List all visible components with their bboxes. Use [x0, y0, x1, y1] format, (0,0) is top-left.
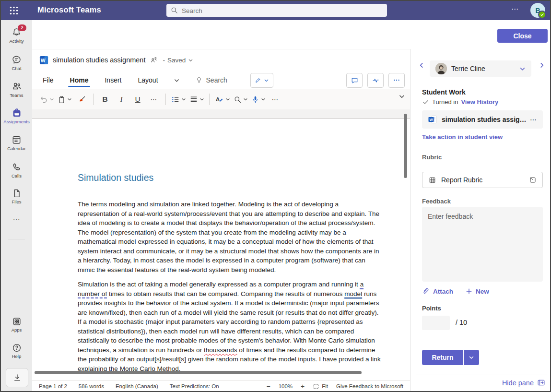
teams-window: Microsoft Teams ⋯ B Close [0, 0, 551, 392]
submitted-file-card[interactable]: W simulation studies assig… ⋯ [422, 110, 543, 129]
next-student-button[interactable] [539, 62, 545, 69]
menu-home[interactable]: Home [69, 72, 90, 88]
points-input[interactable] [422, 316, 450, 330]
chevron-left-icon [418, 62, 425, 69]
font-more-button[interactable]: ⋯ [146, 92, 162, 107]
student-work-heading: Student Work [422, 88, 466, 96]
submitted-file-name: simulation studies assig… [442, 116, 526, 123]
sidebar-item-help[interactable]: Help [1, 343, 32, 359]
backpack-icon [1, 107, 32, 119]
pen-tools-button[interactable] [250, 73, 273, 88]
grading-panel: Terrie Cline Student Work Turned in View… [410, 49, 551, 392]
sidebar-item-activity[interactable]: 2 Activity [1, 27, 32, 44]
ribbon-more-button[interactable]: ⋯ [267, 92, 283, 107]
menu-overflow-chevron-icon[interactable] [174, 77, 180, 83]
file-icon [1, 188, 32, 199]
chevron-down-icon [225, 97, 230, 102]
italic-button[interactable]: I [113, 92, 129, 107]
svg-text:W: W [429, 118, 433, 122]
undo-button[interactable] [38, 92, 56, 107]
hide-pane-button[interactable]: Hide pane [502, 379, 545, 387]
global-search[interactable] [166, 4, 387, 17]
text-predictions-toggle[interactable]: Text Predictions: On [170, 383, 219, 389]
format-painter-button[interactable] [73, 92, 90, 107]
toolbar-divider [93, 94, 94, 105]
open-rubric-icon[interactable] [529, 176, 537, 184]
attach-button[interactable]: Attach [422, 287, 453, 295]
zoom-in-button[interactable]: + [301, 382, 305, 390]
sidebar-item-files[interactable]: Files [1, 188, 32, 204]
catch-up-button[interactable] [367, 73, 384, 88]
sidebar-item-apps[interactable]: Apps [1, 316, 32, 333]
rubric-label: Rubric [422, 154, 442, 161]
ribbon-menu: File Home Insert Layout Search [32, 71, 410, 89]
underline-button[interactable]: U [129, 92, 146, 107]
topbar-more-button[interactable]: ⋯ [511, 5, 519, 13]
sidebar-item-chat[interactable]: Chat [1, 54, 32, 71]
shared-people-icon [150, 56, 158, 64]
doc-search-button[interactable]: Search [195, 76, 227, 84]
student-name: Terrie Cline [451, 65, 515, 72]
view-history-link[interactable]: View History [461, 98, 498, 106]
chevron-right-icon [539, 62, 545, 69]
file-more-button[interactable]: ⋯ [530, 116, 537, 123]
zoom-out-button[interactable]: − [266, 382, 270, 390]
doc-heading: Simulation studies [78, 172, 381, 183]
bullet-list-button[interactable] [169, 92, 188, 107]
return-options-button[interactable] [464, 350, 479, 365]
menu-file[interactable]: File [42, 72, 55, 88]
more-dots-icon [393, 76, 400, 84]
give-feedback-link[interactable]: Give Feedback to Microsoft [336, 383, 403, 389]
rubric-grid-icon [428, 176, 436, 184]
new-button[interactable]: New [466, 287, 489, 295]
find-button[interactable] [232, 92, 249, 107]
rubric-card[interactable]: Report Rubric [422, 172, 543, 188]
fit-page-button[interactable]: Fit [313, 383, 328, 390]
save-status[interactable]: - Saved [163, 57, 193, 64]
dictate-button[interactable] [249, 92, 267, 107]
download-app-button[interactable] [6, 368, 28, 387]
paste-button[interactable] [56, 92, 73, 107]
chevron-down-icon [49, 97, 54, 102]
horizontal-scrollbar[interactable] [35, 371, 362, 374]
previous-student-button[interactable] [418, 62, 425, 69]
zoom-level[interactable]: 100% [279, 383, 293, 389]
collapse-ribbon-button[interactable] [399, 93, 405, 100]
vertical-scrollbar[interactable] [404, 114, 407, 178]
waffle-icon[interactable] [10, 6, 18, 15]
chevron-down-icon [469, 355, 474, 360]
rubric-name: Report Rubric [441, 176, 524, 184]
alignment-button[interactable] [188, 92, 206, 107]
sidebar-item-calls[interactable]: Calls [1, 162, 32, 178]
word-doc-icon: W [428, 115, 437, 124]
sidebar-item-assignments[interactable]: Assignments [1, 107, 32, 124]
student-selector[interactable]: Terrie Cline [430, 60, 531, 77]
help-icon [1, 343, 32, 353]
bold-button[interactable]: B [97, 92, 113, 107]
more-options-button[interactable] [388, 73, 405, 88]
language-indicator[interactable]: English (Canada) [116, 383, 158, 389]
document-page[interactable]: Simulation studies The terms modeling an… [33, 119, 410, 371]
chevron-down-icon [264, 78, 269, 83]
saved-label: Saved [167, 57, 186, 64]
close-button[interactable]: Close [497, 29, 548, 43]
teams-top-bar: Microsoft Teams ⋯ B [1, 1, 550, 20]
sidebar-item-calendar[interactable]: Calendar [1, 134, 32, 151]
search-input[interactable] [181, 4, 384, 18]
feedback-input[interactable] [422, 207, 543, 282]
document-title[interactable]: simulation studies assignment [53, 56, 145, 64]
status-bar: Page 1 of 2 586 words English (Canada) T… [32, 380, 410, 392]
page-count[interactable]: Page 1 of 2 [39, 383, 67, 389]
take-action-link[interactable]: Take action in student view [422, 133, 503, 141]
format-painter-icon [77, 95, 86, 104]
menu-insert[interactable]: Insert [104, 72, 122, 88]
menu-layout[interactable]: Layout [137, 72, 159, 88]
styles-button[interactable]: A [213, 92, 232, 107]
return-button[interactable]: Return [422, 350, 463, 365]
sidebar-item-teams[interactable]: Teams [1, 81, 32, 98]
sidebar-more-button[interactable]: ⋯ [1, 215, 32, 224]
avatar[interactable]: B [530, 3, 545, 18]
bullet-list-icon [171, 95, 180, 104]
word-count[interactable]: 586 words [79, 383, 104, 389]
comments-button[interactable] [346, 73, 363, 88]
